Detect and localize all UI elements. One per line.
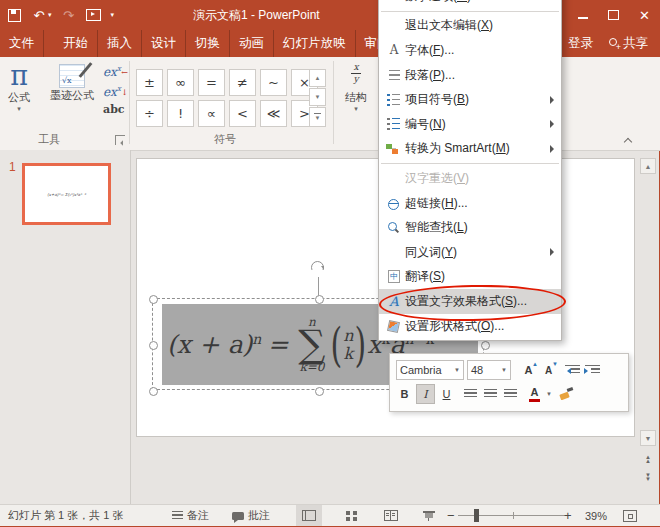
save-icon[interactable] — [6, 7, 22, 23]
professional-button[interactable]: exx← — [103, 63, 121, 79]
normal-text-button[interactable]: abc — [103, 103, 125, 116]
slide-scrollbar: ▲ ▼ ▲▲ ▼▼ — [640, 158, 657, 488]
menu-item-label: 段落(P)... — [405, 67, 559, 84]
symbols-scroll-down-icon[interactable]: ▼ — [309, 88, 326, 106]
maximize-button[interactable] — [598, 0, 629, 30]
minimize-button[interactable] — [567, 0, 598, 30]
font-size-combo[interactable]: 48 ▼ — [467, 360, 511, 380]
zoom-in-button[interactable]: + — [564, 505, 572, 526]
menu-item-font[interactable]: 字体(F)... — [379, 38, 561, 63]
reading-view-button[interactable] — [378, 505, 404, 526]
notes-toggle[interactable]: 备注 — [172, 505, 209, 526]
menu-item-smart-lookup[interactable]: 智能查找(L) — [379, 215, 561, 240]
linear-arrow-icon: ↓ — [121, 86, 128, 99]
symbol-button[interactable]: ! — [167, 100, 194, 127]
tools-dialog-launcher-icon[interactable] — [115, 135, 125, 145]
align-center-button[interactable] — [482, 385, 499, 403]
symbols-more-icon[interactable]: ▼ — [309, 107, 326, 127]
resize-handle-bottom-left[interactable] — [149, 387, 158, 396]
underline-button[interactable]: U — [438, 385, 455, 403]
decrease-indent-icon — [565, 365, 580, 375]
decrease-indent-button[interactable] — [564, 361, 581, 379]
font-name-combo[interactable]: Cambria ▼ — [396, 360, 464, 380]
ink-equation-button[interactable]: √x 墨迹公式 — [50, 62, 94, 103]
menu-item-bullets[interactable]: 项目符号(B) — [379, 87, 561, 112]
scroll-up-icon[interactable]: ▲ — [640, 158, 656, 174]
undo-dropdown-icon[interactable]: ▾ — [48, 11, 52, 19]
share-button[interactable]: 共享 — [607, 35, 648, 52]
slide-sorter-view-button[interactable] — [338, 505, 364, 526]
increase-indent-button[interactable] — [584, 361, 601, 379]
symbol-button[interactable]: ≠ — [229, 69, 256, 96]
ribbon-tab-7[interactable]: 幻灯片放映 — [274, 30, 356, 57]
symbol-button[interactable]: ~ — [260, 69, 287, 96]
symbol-button[interactable]: ≪ — [260, 100, 287, 127]
symbol-button[interactable]: ∞ — [167, 69, 194, 96]
menu-item-math-options[interactable]: 数学选项(M) — [379, 0, 561, 9]
font-color-dropdown-icon[interactable]: ▼ — [546, 391, 552, 397]
previous-slide-icon[interactable]: ▲▲ — [640, 452, 656, 466]
menu-item-hyperlink[interactable]: 超链接(H)... — [379, 191, 561, 216]
resize-handle-top-center[interactable] — [315, 295, 324, 304]
align-right-button[interactable] — [502, 385, 519, 403]
menu-separator — [381, 11, 559, 12]
zoom-out-button[interactable]: − — [447, 505, 455, 526]
hyperlink-icon — [383, 198, 405, 209]
slide-counter: 幻灯片 第 1 张，共 1 张 — [8, 505, 124, 526]
close-button[interactable]: ✕ — [629, 0, 660, 30]
fraction-icon: xy — [351, 63, 361, 84]
shrink-font-button[interactable]: A▼ — [540, 361, 557, 379]
menu-item-numbering[interactable]: 编号(N) — [379, 112, 561, 137]
slide-thumbnail[interactable]: (x+a)ⁿ= Σ(ₖⁿ)xᵏaⁿ⁻ᵏ — [22, 163, 111, 225]
maximize-icon — [608, 10, 619, 20]
linear-button[interactable]: exx↓ — [103, 83, 121, 99]
scroll-down-icon[interactable]: ▼ — [640, 430, 656, 446]
symbol-button[interactable]: = — [198, 69, 225, 96]
symbol-button[interactable]: ± — [136, 69, 163, 96]
slideshow-icon — [423, 511, 435, 521]
menu-item-label: 转换为 SmartArt(M) — [405, 140, 550, 157]
symbol-button[interactable]: < — [229, 100, 256, 127]
symbols-scroll-up-icon[interactable]: ▲ — [309, 69, 326, 87]
structures-dropdown-icon: ▾ — [354, 105, 358, 113]
italic-button[interactable]: I — [416, 384, 435, 404]
customize-qat-icon[interactable]: ▾ — [111, 11, 115, 19]
font-color-button[interactable]: A — [526, 385, 543, 403]
symbol-button[interactable]: ∝ — [198, 100, 225, 127]
symbols-group-label: 符号 — [214, 132, 236, 147]
undo-button[interactable]: ↶ ▾ — [31, 7, 52, 23]
menu-item-paragraph[interactable]: 段落(P)... — [379, 63, 561, 88]
zoom-level[interactable]: 39% — [585, 505, 607, 526]
minimize-icon — [578, 17, 588, 19]
collapse-ribbon-icon[interactable] — [624, 136, 632, 144]
resize-handle-middle-left[interactable] — [149, 341, 158, 350]
slideshow-view-button[interactable] — [416, 505, 442, 526]
ribbon-tab-4[interactable]: 设计 — [142, 30, 186, 57]
comments-toggle[interactable]: 批注 — [232, 505, 270, 526]
start-slideshow-icon[interactable] — [86, 7, 102, 23]
ribbon-tab-3[interactable]: 插入 — [98, 30, 142, 57]
symbol-button[interactable]: ÷ — [136, 100, 163, 127]
resize-handle-bottom-center[interactable] — [315, 387, 324, 396]
resize-handle-top-left[interactable] — [149, 295, 158, 304]
ribbon-tab-5[interactable]: 切换 — [186, 30, 230, 57]
menu-item-2[interactable]: 退出文本编辑(X) — [379, 14, 561, 39]
format-painter-button[interactable] — [558, 385, 575, 403]
bold-button[interactable]: B — [396, 385, 413, 403]
structures-button[interactable]: xy 结构 ▾ — [337, 63, 375, 113]
sign-in-link[interactable]: 登录 — [568, 35, 593, 52]
ribbon-tab-6[interactable]: 动画 — [230, 30, 274, 57]
menu-item-12[interactable]: 同义词(Y) — [379, 240, 561, 265]
align-left-button[interactable] — [462, 385, 479, 403]
fit-to-window-button[interactable] — [623, 505, 637, 526]
account-area: 登录 共享 — [568, 30, 660, 57]
resize-handle-middle-right[interactable] — [481, 341, 490, 350]
next-slide-icon[interactable]: ▼▼ — [640, 470, 656, 484]
menu-item-smartart[interactable]: 转换为 SmartArt(M) — [379, 137, 561, 162]
zoom-slider-thumb[interactable] — [474, 509, 479, 522]
equation-button[interactable]: π 公式 ▾ — [8, 62, 30, 113]
ribbon-tab-1[interactable]: 文件 — [0, 30, 44, 57]
ribbon-tab-2[interactable]: 开始 — [54, 30, 98, 57]
normal-view-button[interactable] — [296, 505, 322, 526]
grow-font-button[interactable]: A▲ — [520, 361, 537, 379]
